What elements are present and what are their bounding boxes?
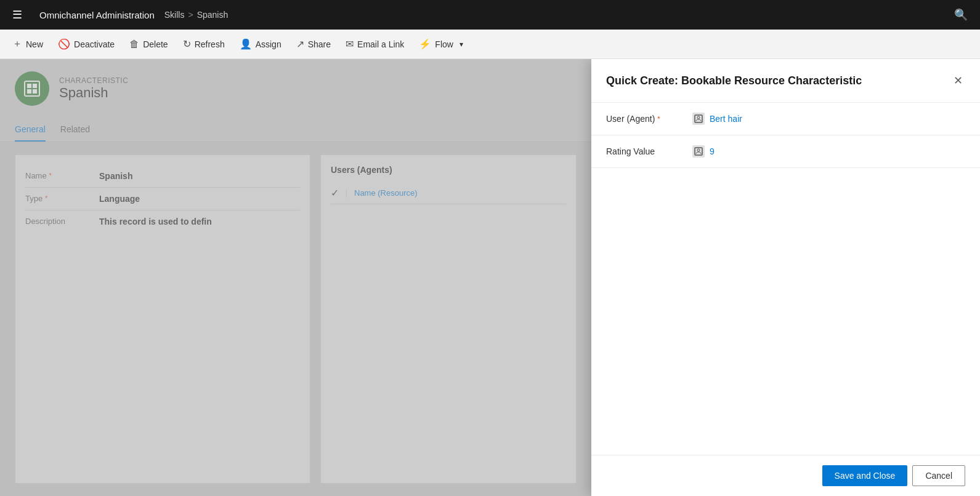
user-agent-required-indicator: * xyxy=(657,115,660,122)
panel-header: Quick Create: Bookable Resource Characte… xyxy=(591,59,980,103)
panel-field-user-agent: User (Agent) * Bert hair xyxy=(591,103,980,135)
panel-user-agent-value: Bert hair xyxy=(692,113,742,125)
rating-lookup-icon xyxy=(692,145,705,158)
refresh-icon: ↻ xyxy=(183,38,191,50)
panel-footer: Save and Close Cancel xyxy=(591,455,980,496)
panel-field-rating: Rating Value 9 xyxy=(591,135,980,168)
command-bar: ＋ New 🚫 Deactivate 🗑 Delete ↻ Refresh 👤 … xyxy=(0,30,980,59)
deactivate-icon: 🚫 xyxy=(58,38,70,50)
email-icon: ✉ xyxy=(346,38,354,50)
search-icon[interactable]: 🔍 xyxy=(947,8,975,22)
delete-icon: 🗑 xyxy=(129,39,139,50)
panel-form: User (Agent) * Bert hair xyxy=(591,103,980,455)
new-label: New xyxy=(26,39,43,49)
refresh-button[interactable]: ↻ Refresh xyxy=(176,32,232,57)
rating-value[interactable]: 9 xyxy=(710,146,715,156)
hamburger-menu[interactable]: ☰ xyxy=(5,8,30,22)
deactivate-label: Deactivate xyxy=(74,39,115,49)
assign-label: Assign xyxy=(256,39,281,49)
quick-create-panel: Quick Create: Bookable Resource Characte… xyxy=(591,59,980,496)
delete-button[interactable]: 🗑 Delete xyxy=(122,32,175,57)
share-icon: ↗ xyxy=(296,38,304,50)
breadcrumb-separator: > xyxy=(188,10,193,20)
cancel-button[interactable]: Cancel xyxy=(912,465,965,486)
breadcrumb-current: Spanish xyxy=(197,10,229,20)
app-name: Omnichannel Administration xyxy=(30,10,164,20)
flow-button[interactable]: ⚡ Flow ▾ xyxy=(411,32,471,57)
flow-dropdown-icon: ▾ xyxy=(460,40,463,49)
panel-rating-value-container: 9 xyxy=(692,145,715,158)
delete-label: Delete xyxy=(143,39,168,49)
save-and-close-button[interactable]: Save and Close xyxy=(822,465,908,486)
share-button[interactable]: ↗ Share xyxy=(289,32,338,57)
flow-icon: ⚡ xyxy=(419,38,431,50)
breadcrumb-parent[interactable]: Skills xyxy=(164,10,185,20)
app-container: ☰ Omnichannel Administration Skills > Sp… xyxy=(0,0,980,496)
top-nav: ☰ Omnichannel Administration Skills > Sp… xyxy=(0,0,980,30)
user-agent-lookup-icon xyxy=(692,113,705,125)
assign-button[interactable]: 👤 Assign xyxy=(232,32,289,57)
deactivate-button[interactable]: 🚫 Deactivate xyxy=(51,32,122,57)
panel-close-button[interactable]: ✕ xyxy=(951,71,965,90)
flow-label: Flow xyxy=(435,39,453,49)
email-link-button[interactable]: ✉ Email a Link xyxy=(338,32,411,57)
user-agent-value-link[interactable]: Bert hair xyxy=(710,114,742,124)
main-area: CHARACTERISTIC Spanish General Related N… xyxy=(0,59,980,496)
panel-rating-label: Rating Value xyxy=(606,146,692,156)
new-icon: ＋ xyxy=(12,38,22,50)
breadcrumb: Skills > Spanish xyxy=(164,10,228,20)
dim-overlay xyxy=(0,59,591,496)
refresh-label: Refresh xyxy=(195,39,225,49)
email-link-label: Email a Link xyxy=(357,39,404,49)
assign-icon: 👤 xyxy=(240,38,252,50)
share-label: Share xyxy=(308,39,331,49)
panel-title: Quick Create: Bookable Resource Characte… xyxy=(606,74,862,87)
new-button[interactable]: ＋ New xyxy=(5,32,51,57)
panel-user-agent-label: User (Agent) * xyxy=(606,114,692,124)
